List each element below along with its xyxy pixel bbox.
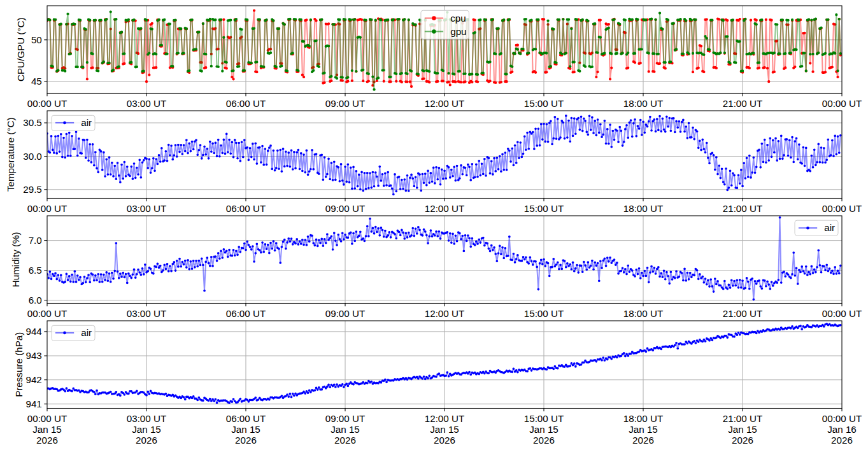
svg-text:943: 943 (25, 350, 41, 361)
svg-text:03:00 UT: 03:00 UT (127, 413, 166, 424)
svg-text:00:00 UT: 00:00 UT (27, 308, 67, 319)
svg-text:09:00 UT: 09:00 UT (325, 98, 365, 109)
svg-text:00:00 UT: 00:00 UT (822, 413, 862, 424)
svg-text:45: 45 (31, 76, 42, 87)
svg-text:12:00 UT: 12:00 UT (425, 413, 464, 424)
svg-text:18:00 UT: 18:00 UT (623, 98, 663, 109)
svg-text:2026: 2026 (732, 435, 753, 446)
svg-text:21:00 UT: 21:00 UT (723, 308, 762, 319)
svg-text:00:00 UT: 00:00 UT (27, 98, 67, 109)
svg-text:03:00 UT: 03:00 UT (127, 98, 166, 109)
svg-text:21:00 UT: 21:00 UT (723, 203, 762, 214)
svg-text:03:00 UT: 03:00 UT (127, 203, 166, 214)
svg-text:06:00 UT: 06:00 UT (226, 203, 266, 214)
svg-text:Temperature (°C): Temperature (°C) (5, 117, 16, 192)
svg-text:30.5: 30.5 (23, 117, 42, 128)
svg-text:2026: 2026 (36, 435, 58, 446)
svg-text:21:00 UT: 21:00 UT (723, 413, 762, 424)
svg-text:18:00 UT: 18:00 UT (623, 203, 663, 214)
svg-text:29.5: 29.5 (23, 184, 42, 195)
svg-text:09:00 UT: 09:00 UT (325, 203, 365, 214)
svg-text:Pressure (hPa): Pressure (hPa) (13, 332, 24, 397)
svg-text:2026: 2026 (533, 435, 555, 446)
svg-text:Jan 15: Jan 15 (629, 424, 658, 435)
svg-text:18:00 UT: 18:00 UT (623, 413, 663, 424)
svg-text:18:00 UT: 18:00 UT (623, 308, 663, 319)
svg-text:00:00 UT: 00:00 UT (822, 203, 862, 214)
svg-text:air: air (81, 117, 92, 128)
svg-text:Humidity (%): Humidity (%) (10, 232, 21, 287)
svg-text:Jan 15: Jan 15 (430, 424, 459, 435)
svg-text:50: 50 (31, 34, 42, 45)
svg-text:Jan 15: Jan 15 (331, 424, 360, 435)
svg-text:00:00 UT: 00:00 UT (27, 413, 67, 424)
svg-text:30.0: 30.0 (23, 151, 42, 162)
svg-text:2026: 2026 (434, 435, 455, 446)
svg-text:942: 942 (25, 374, 41, 385)
svg-text:12:00 UT: 12:00 UT (425, 308, 464, 319)
svg-text:15:00 UT: 15:00 UT (524, 308, 564, 319)
svg-text:gpu: gpu (450, 26, 466, 37)
svg-text:6.5: 6.5 (29, 265, 42, 276)
svg-text:Jan 15: Jan 15 (32, 424, 62, 435)
svg-text:09:00 UT: 09:00 UT (325, 413, 365, 424)
svg-text:2026: 2026 (136, 435, 157, 446)
svg-text:15:00 UT: 15:00 UT (524, 203, 564, 214)
svg-text:21:00 UT: 21:00 UT (723, 98, 762, 109)
svg-text:941: 941 (25, 398, 41, 409)
svg-text:CPU/GPU (°C): CPU/GPU (°C) (16, 18, 27, 82)
svg-text:7.0: 7.0 (29, 235, 42, 246)
svg-text:2026: 2026 (334, 435, 356, 446)
svg-text:air: air (824, 222, 835, 233)
svg-text:06:00 UT: 06:00 UT (226, 413, 266, 424)
svg-text:15:00 UT: 15:00 UT (524, 98, 564, 109)
svg-text:Jan 15: Jan 15 (231, 424, 260, 435)
svg-text:2026: 2026 (831, 435, 853, 446)
svg-text:15:00 UT: 15:00 UT (524, 413, 564, 424)
svg-text:944: 944 (25, 326, 41, 337)
svg-text:06:00 UT: 06:00 UT (226, 98, 266, 109)
svg-text:Jan 16: Jan 16 (827, 424, 857, 435)
svg-text:2026: 2026 (235, 435, 257, 446)
svg-text:00:00 UT: 00:00 UT (822, 98, 862, 109)
svg-text:6.0: 6.0 (29, 295, 42, 306)
svg-text:00:00 UT: 00:00 UT (27, 203, 67, 214)
svg-text:Jan 15: Jan 15 (529, 424, 559, 435)
svg-text:06:00 UT: 06:00 UT (226, 308, 266, 319)
svg-text:air: air (81, 327, 92, 338)
svg-text:03:00 UT: 03:00 UT (127, 308, 166, 319)
svg-text:00:00 UT: 00:00 UT (822, 308, 862, 319)
svg-text:Jan 15: Jan 15 (132, 424, 161, 435)
svg-text:cpu: cpu (450, 13, 466, 24)
svg-text:12:00 UT: 12:00 UT (425, 203, 464, 214)
svg-text:12:00 UT: 12:00 UT (425, 98, 464, 109)
svg-text:Jan 15: Jan 15 (728, 424, 757, 435)
svg-text:09:00 UT: 09:00 UT (325, 308, 365, 319)
svg-text:2026: 2026 (632, 435, 654, 446)
